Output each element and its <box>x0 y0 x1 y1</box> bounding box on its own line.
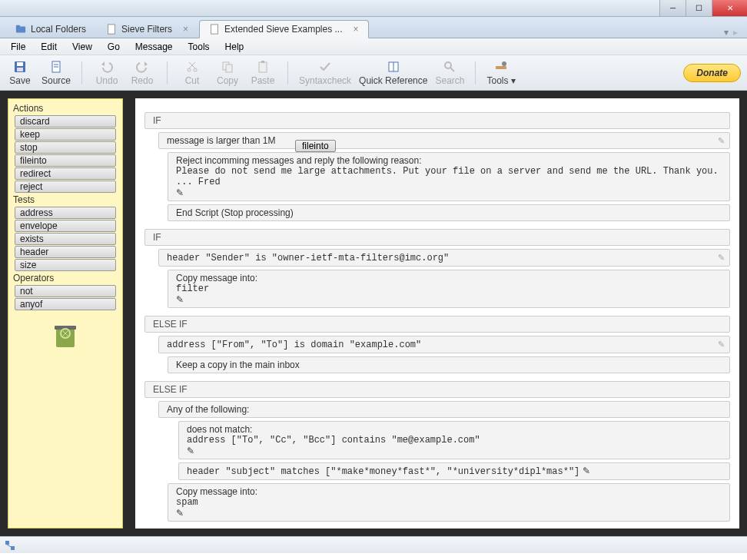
copy-button[interactable]: Copy <box>214 60 241 86</box>
save-icon <box>13 60 27 74</box>
pencil-icon[interactable]: ✎ <box>718 340 725 350</box>
svg-rect-1 <box>16 25 20 28</box>
toolbar-label: Paste <box>251 75 275 86</box>
sidebar-palette: Actions discard keep stop fileinto redir… <box>8 98 123 529</box>
palette-item-reject[interactable]: reject <box>15 181 116 193</box>
save-button[interactable]: Save <box>6 60 34 86</box>
paste-button[interactable]: Paste <box>249 60 277 86</box>
cut-icon <box>185 60 199 74</box>
palette-item-header[interactable]: header <box>15 246 116 258</box>
window-maximize-button[interactable]: ☐ <box>686 0 712 16</box>
action-row[interactable]: Copy message into: spam ✎ <box>168 483 730 522</box>
condition-row[interactable]: header "Sender" is "owner-ietf-mta-filte… <box>158 249 730 267</box>
pencil-icon[interactable]: ✎ <box>718 136 725 146</box>
palette-item-exists[interactable]: exists <box>15 233 116 245</box>
condition-text: message is larger than 1M <box>167 135 275 146</box>
pencil-icon[interactable]: ✎ <box>718 253 725 263</box>
main-area: Actions discard keep stop fileinto redir… <box>0 91 747 536</box>
pencil-icon[interactable]: ✎ <box>187 446 194 456</box>
undo-button[interactable]: Undo <box>93 60 121 86</box>
action-row[interactable]: Copy message into: filter ✎ <box>168 270 730 308</box>
tab-close-icon[interactable]: × <box>354 24 359 35</box>
action-title: Copy message into: <box>176 486 722 497</box>
drag-ghost-chip[interactable]: fileinto <box>295 140 336 152</box>
block-header-if[interactable]: IF <box>144 229 730 246</box>
editor-canvas[interactable]: fileinto IF message is larger than 1M ✎ … <box>135 98 739 529</box>
palette-item-anyof[interactable]: anyof <box>15 298 116 310</box>
menu-tools[interactable]: Tools <box>182 40 216 54</box>
palette-item-size[interactable]: size <box>15 259 116 271</box>
menu-file[interactable]: File <box>5 40 32 54</box>
condition-text: Any of the following: <box>167 404 249 415</box>
subcond-body: address ["To", "Cc", "Bcc"] contains "me… <box>187 435 722 446</box>
tools-dropdown-button[interactable]: Tools ▾ <box>486 60 515 86</box>
quick-reference-button[interactable]: Quick Reference <box>359 60 427 86</box>
pencil-icon[interactable]: ✎ <box>176 508 184 519</box>
toolbar-label: Redo <box>131 75 154 86</box>
cut-button[interactable]: Cut <box>178 60 206 86</box>
redo-button[interactable]: Redo <box>128 60 156 86</box>
source-button[interactable]: Source <box>42 60 71 86</box>
action-row[interactable]: Reject incomming messages and reply the … <box>168 152 730 201</box>
palette-item-discard[interactable]: discard <box>15 115 116 128</box>
pencil-icon[interactable]: ✎ <box>176 294 184 305</box>
toolbar-label: Tools ▾ <box>486 75 515 86</box>
action-title: Reject incomming messages and reply the … <box>176 155 722 166</box>
condition-row[interactable]: message is larger than 1M ✎ <box>158 132 730 149</box>
menu-help[interactable]: Help <box>219 40 251 54</box>
rule-block: ELSE IF address ["From", "To"] is domain… <box>144 316 730 373</box>
block-header-elseif[interactable]: ELSE IF <box>144 381 730 398</box>
status-bar <box>0 536 747 553</box>
palette-item-stop[interactable]: stop <box>15 141 116 154</box>
tab-extended-examples[interactable]: Extended Sieve Examples ... × <box>199 20 368 38</box>
action-row[interactable]: Keep a copy in the main inbox <box>168 356 730 373</box>
sub-condition-row[interactable]: header "subject" matches ["*make*money*f… <box>178 462 730 480</box>
action-text: Keep a copy in the main inbox <box>176 360 300 370</box>
tab-local-folders[interactable]: Local Folders <box>6 21 95 38</box>
palette-item-envelope[interactable]: envelope <box>15 220 116 232</box>
tab-close-icon[interactable]: × <box>183 24 188 35</box>
trash-icon[interactable] <box>50 320 81 350</box>
window-chrome: ─ ☐ ✕ <box>0 0 747 17</box>
window-close-button[interactable]: ✕ <box>712 0 747 16</box>
palette-item-address[interactable]: address <box>15 207 116 219</box>
palette-item-keep[interactable]: keep <box>15 128 116 141</box>
svg-rect-0 <box>16 27 25 33</box>
book-icon <box>387 60 400 74</box>
toolbar: Save Source Undo Redo Cut Copy Paste Syn… <box>0 55 747 91</box>
search-button[interactable]: Search <box>435 60 464 86</box>
donate-button[interactable]: Donate <box>683 64 741 82</box>
sub-condition-row[interactable]: does not match: address ["To", "Cc", "Bc… <box>178 421 730 459</box>
palette-item-fileinto[interactable]: fileinto <box>15 154 116 167</box>
chevron-down-icon[interactable]: ▾ <box>724 27 729 38</box>
scroll-right-icon[interactable]: ▸ <box>733 27 738 38</box>
palette-item-redirect[interactable]: redirect <box>15 167 116 180</box>
pencil-icon[interactable]: ✎ <box>583 466 590 476</box>
pencil-icon[interactable]: ✎ <box>176 187 184 198</box>
subcond-body: header "subject" matches ["*make*money*f… <box>187 466 579 477</box>
menu-message[interactable]: Message <box>129 40 179 54</box>
tools-icon <box>494 60 508 74</box>
condition-text: header "Sender" is "owner-ietf-mta-filte… <box>167 253 449 263</box>
block-header-if[interactable]: IF <box>144 112 730 129</box>
toolbar-label: Source <box>42 75 71 86</box>
window-minimize-button[interactable]: ─ <box>659 0 686 16</box>
paste-icon <box>256 60 270 74</box>
condition-row[interactable]: address ["From", "To"] is domain "exampl… <box>158 336 730 353</box>
svg-rect-15 <box>226 65 232 72</box>
menu-view[interactable]: View <box>66 40 98 54</box>
svg-point-23 <box>502 61 506 66</box>
action-row[interactable]: End Script (Stop processing) <box>168 204 730 221</box>
action-title: Copy message into: <box>176 273 722 283</box>
tab-sieve-filters[interactable]: Sieve Filters × <box>97 21 198 38</box>
menu-edit[interactable]: Edit <box>35 40 63 54</box>
condition-row[interactable]: Any of the following: <box>158 401 730 418</box>
block-header-elseif[interactable]: ELSE IF <box>144 316 730 333</box>
svg-rect-5 <box>17 62 23 66</box>
palette-item-not[interactable]: not <box>15 285 116 297</box>
status-network-icon[interactable] <box>5 540 15 551</box>
menu-go[interactable]: Go <box>101 40 126 54</box>
syntaxcheck-button[interactable]: Syntaxcheck <box>299 60 351 86</box>
toolbar-label: Syntaxcheck <box>299 75 351 86</box>
rule-block: IF message is larger than 1M ✎ Reject in… <box>144 112 730 221</box>
